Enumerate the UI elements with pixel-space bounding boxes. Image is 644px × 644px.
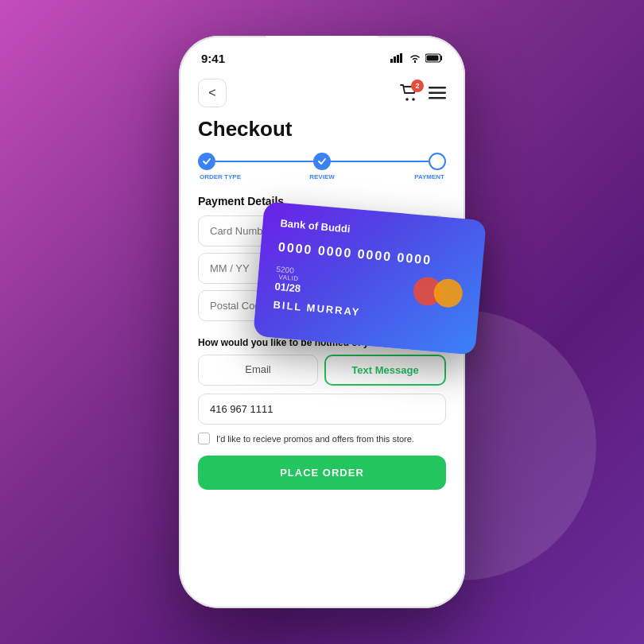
svg-rect-3 [400,53,402,63]
step-label-2: REVIEW [281,173,363,180]
hamburger-icon [429,87,446,99]
battery-icon [425,53,443,63]
svg-rect-2 [397,55,399,63]
notification-toggle: Email Text Message [198,355,446,386]
email-toggle-button[interactable]: Email [198,355,318,386]
step-label-1: ORDER TYPE [200,173,281,180]
nav-bar: < 2 [198,71,446,117]
text-message-toggle-button[interactable]: Text Message [324,355,446,386]
page-title: Checkout [198,117,446,142]
svg-point-7 [412,98,415,101]
step-line-1 [215,161,313,162]
back-icon: < [208,86,215,100]
back-button[interactable]: < [198,79,227,107]
credit-card: Bank of Buddi 0000 0000 0000 0000 5200 V… [253,201,487,355]
card-valid-date: 01/28 [274,281,301,295]
step-line-2 [331,161,429,162]
svg-rect-1 [394,56,396,63]
phone-notch [266,36,378,58]
status-icons [390,53,443,63]
step-label-3: PAYMENT [363,173,444,180]
step-2 [313,153,331,170]
step-3 [429,153,446,170]
card-valid-group: VALID 01/28 [274,274,302,295]
step-1 [198,153,215,170]
svg-rect-10 [429,97,446,99]
phone-mockup: 9:41 [179,36,465,608]
menu-button[interactable] [429,87,446,99]
mastercard-logo [412,276,464,308]
status-time: 9:41 [201,52,225,65]
signal-icon [390,53,405,63]
promo-label: I'd like to recieve promos and offers fr… [216,434,414,444]
svg-rect-9 [429,92,446,95]
svg-rect-8 [429,87,446,89]
progress-steps: ORDER TYPE REVIEW PAYMENT [198,153,446,180]
nav-right: 2 [400,84,446,102]
promo-checkbox[interactable] [198,433,210,444]
cart-badge: 2 [411,80,424,92]
svg-rect-0 [390,59,393,63]
step-labels: ORDER TYPE REVIEW PAYMENT [198,173,446,180]
mc-orange-circle [433,277,464,308]
phone-number-input[interactable] [198,394,446,425]
wifi-icon [409,53,421,63]
promo-row: I'd like to recieve promos and offers fr… [198,433,446,444]
card-bank-name: Bank of Buddi [280,217,467,246]
cart-button[interactable]: 2 [400,84,419,102]
place-order-button[interactable]: PLACE ORDER [198,456,446,490]
svg-point-6 [405,98,409,101]
svg-rect-5 [427,56,439,61]
